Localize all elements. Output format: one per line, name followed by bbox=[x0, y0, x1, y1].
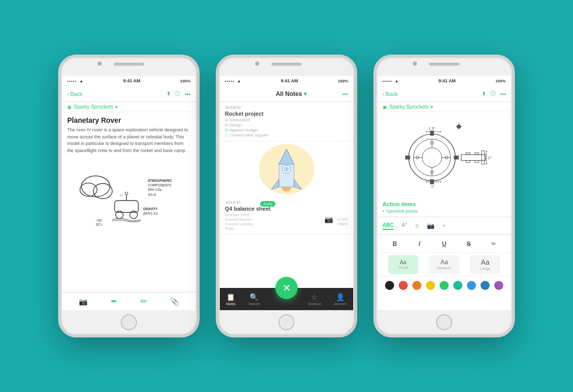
phone2-camera-icon: 📷 bbox=[324, 215, 333, 223]
size-large[interactable]: Aa Large bbox=[470, 255, 500, 274]
svg-rect-26 bbox=[454, 156, 459, 160]
phone1-more-icon[interactable]: ••• bbox=[184, 91, 190, 97]
phone1-pencil-icon[interactable]: ✏ bbox=[140, 297, 147, 306]
fab-add-note[interactable]: ✕ bbox=[275, 277, 298, 299]
phone2-speaker bbox=[271, 63, 302, 66]
tab-account-label: Account bbox=[334, 302, 347, 306]
phone1-info-icon[interactable]: ⓘ bbox=[175, 90, 180, 97]
phone3-nav-bar: ‹ Back ⬆ ⓘ ••• bbox=[377, 86, 511, 102]
phone1-camera-icon[interactable]: 📷 bbox=[79, 298, 87, 306]
size-medium-label: Aa bbox=[441, 259, 448, 266]
phone2-screen: ••••• ▲ 9:41 AM 100% All Notes ▾ ••• 10/… bbox=[220, 76, 353, 310]
phone1-top bbox=[61, 58, 197, 76]
color-black[interactable] bbox=[385, 281, 394, 290]
phone3-format-toolbar: ABC AT ≡ 📷 + bbox=[377, 217, 511, 235]
dropdown-icon: ▾ bbox=[431, 104, 433, 110]
fab-x-icon: ✕ bbox=[282, 283, 291, 293]
size-small-sub: Small bbox=[398, 265, 408, 270]
phone1-note-content: Planetary Rover The Ares IV rover is a s… bbox=[62, 112, 196, 292]
italic-button[interactable]: I bbox=[412, 237, 426, 251]
color-purple[interactable] bbox=[494, 281, 503, 290]
svg-text:(M/S²) 3.0: (M/S²) 3.0 bbox=[143, 212, 158, 216]
tab-notes[interactable]: 📋 Notes bbox=[226, 293, 235, 306]
phone1-notebook-tag[interactable]: ▣ Sparky Sprockets ▾ bbox=[62, 102, 196, 112]
phone2-note1[interactable]: 10/18/16 Rocket project ☑ Schematics ☑ D… bbox=[220, 102, 353, 141]
phone3-time: 9:41 AM bbox=[439, 78, 456, 83]
color-red[interactable] bbox=[399, 281, 408, 290]
tab-search[interactable]: 🔍 Search bbox=[249, 293, 260, 306]
phone1-sketch-svg: ATMOSPHERIC COMPONENTS 95% CO₂ 3% N GRAV… bbox=[67, 158, 190, 229]
format-tab-text[interactable]: AT bbox=[402, 222, 407, 229]
size-large-label: Aa bbox=[481, 258, 490, 266]
format-tab-plus[interactable]: + bbox=[443, 222, 446, 229]
notebook-icon: ▣ bbox=[383, 105, 387, 110]
format-tab-list[interactable]: ≡ bbox=[415, 222, 419, 229]
strikethrough-button[interactable]: S bbox=[462, 237, 476, 251]
phone2-tab-bar: 📋 Notes 🔍 Search ✕ ☆ Shortcut 👤 Account bbox=[220, 288, 353, 310]
tab-shortcut-label: Shortcut bbox=[308, 302, 321, 306]
format-tab-photo[interactable]: 📷 bbox=[427, 222, 435, 229]
chevron-left-icon: ‹ bbox=[67, 91, 69, 97]
phone3-home-button[interactable] bbox=[436, 314, 452, 330]
phone1-back-button[interactable]: ‹ Back bbox=[67, 91, 82, 97]
phone3-back-button[interactable]: ‹ Back bbox=[383, 91, 398, 97]
svg-text:95% CO₂: 95% CO₂ bbox=[148, 188, 162, 191]
svg-text:30°c: 30°c bbox=[96, 223, 103, 226]
color-green[interactable] bbox=[440, 281, 449, 290]
size-small[interactable]: Aa Small bbox=[388, 255, 418, 274]
phone2-battery: 100% bbox=[338, 79, 348, 83]
phone1-wifi-icon: ▲ bbox=[79, 79, 83, 83]
svg-rect-37 bbox=[466, 153, 470, 155]
svg-point-22 bbox=[422, 148, 442, 168]
phone1-bottom bbox=[61, 310, 197, 334]
shortcut-tab-icon: ☆ bbox=[311, 293, 318, 301]
bold-button[interactable]: B bbox=[388, 237, 402, 251]
tab-account[interactable]: 👤 Account bbox=[334, 293, 347, 306]
color-orange[interactable] bbox=[412, 281, 421, 290]
phone3-camera bbox=[413, 62, 417, 66]
phone1-note-body: The Ares IV rover is a space exploration… bbox=[67, 127, 190, 154]
size-medium[interactable]: Aa Medium bbox=[429, 255, 459, 274]
phone3-notebook-tag[interactable]: ▣ Sparky Sprockets ▾ bbox=[377, 102, 511, 112]
svg-text:2": 2" bbox=[488, 156, 492, 160]
phone2-note2-date: 10/14/16 bbox=[225, 200, 348, 205]
phone2-home-button[interactable] bbox=[278, 314, 295, 330]
phone3-battery: 100% bbox=[496, 79, 506, 83]
search-tab-icon: 🔍 bbox=[250, 293, 258, 301]
phone2-nav-bar: All Notes ▾ ••• bbox=[220, 86, 353, 102]
phone3-more-icon[interactable]: ••• bbox=[500, 91, 506, 97]
phone2-audio-badge: Audio bbox=[260, 201, 275, 207]
phone1-attach-icon[interactable]: 📎 bbox=[170, 298, 179, 306]
format-tab-abc[interactable]: ABC bbox=[383, 222, 394, 230]
size-medium-sub: Medium bbox=[437, 266, 451, 270]
phone2-time: 9:41 AM bbox=[281, 78, 298, 83]
phone3-share-icon[interactable]: ⬆ bbox=[482, 90, 486, 97]
phone3-info-icon[interactable]: ⓘ bbox=[490, 90, 496, 97]
pen-style-icon[interactable]: ✏ bbox=[487, 237, 501, 251]
tab-search-label: Search bbox=[249, 302, 260, 306]
phone2-more-icon[interactable]: ••• bbox=[342, 91, 348, 97]
svg-text:COMPONENTS: COMPONENTS bbox=[148, 183, 172, 187]
tab-shortcut[interactable]: ☆ Shortcut bbox=[308, 293, 321, 306]
dropdown-icon: ▾ bbox=[304, 90, 307, 97]
phone2-note1-checklist: ☑ Schematics ☑ Design ☑ Approve budget ☐… bbox=[225, 118, 348, 137]
color-light-blue[interactable] bbox=[467, 281, 476, 290]
phone3-size-options: Aa Small Aa Medium Aa Large bbox=[377, 253, 511, 276]
phone3-signal: ••••• ▲ bbox=[383, 79, 399, 83]
color-teal[interactable] bbox=[453, 281, 462, 290]
check-icon: ☑ bbox=[225, 128, 228, 132]
phone2-wifi-icon: ▲ bbox=[237, 79, 241, 83]
phone2-note2[interactable]: 10/14/16 Q4 balance sheet October 2016 C… bbox=[220, 197, 353, 234]
phone2-note2-title: Q4 balance sheet bbox=[225, 206, 348, 212]
svg-text:ATMOSPHERIC: ATMOSPHERIC bbox=[148, 179, 172, 182]
phone1-home-button[interactable] bbox=[121, 314, 137, 330]
phone1-share-icon[interactable]: ⬆ bbox=[166, 90, 171, 97]
color-yellow[interactable] bbox=[426, 281, 435, 290]
underline-button[interactable]: U bbox=[437, 237, 451, 251]
color-blue[interactable] bbox=[481, 281, 490, 290]
phone1-nav-actions: ⬆ ⓘ ••• bbox=[166, 90, 190, 97]
phone1-pen-icon[interactable]: ✒ bbox=[111, 297, 117, 306]
check-icon: ☑ bbox=[225, 123, 228, 127]
phone2-note1-date: 10/18/16 bbox=[225, 105, 348, 110]
phone3-action-item: • Sprocket prices bbox=[383, 209, 506, 214]
